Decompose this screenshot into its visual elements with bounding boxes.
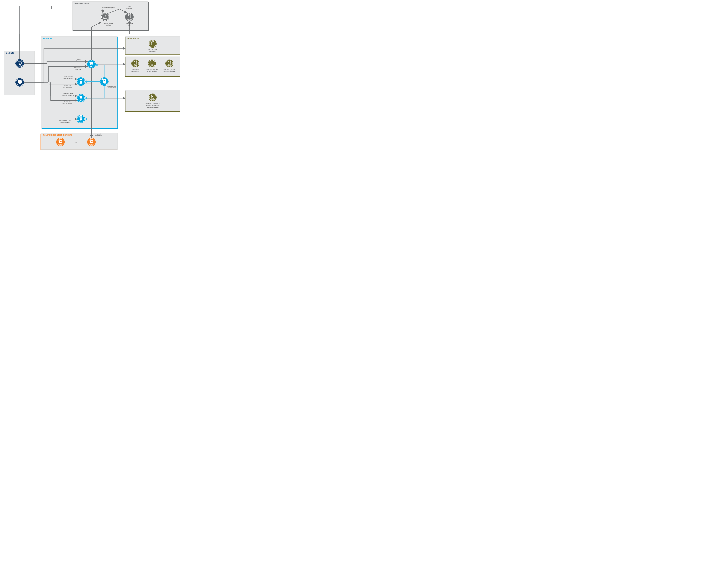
svg-rect-10 — [125, 37, 125, 54]
node-artifact-repo: Artifact Repository — [101, 13, 109, 21]
svg-rect-1 — [73, 30, 149, 31]
svg-text:Access the: Access the — [64, 101, 71, 103]
svg-text:tasks into campaigns: tasks into campaigns — [62, 95, 75, 96]
svg-text:OR: OR — [75, 141, 77, 143]
repositories-title: REPOSITORIES — [75, 3, 89, 5]
svg-rect-79 — [80, 118, 82, 119]
svg-rect-3 — [4, 51, 34, 95]
svg-text:Check: Check — [77, 58, 81, 60]
svg-text:DQ Mart: DQ Mart — [150, 45, 155, 47]
svg-rect-136 — [60, 141, 62, 141]
svg-text:Store: Store — [128, 6, 131, 7]
svg-text:Collect and govern: Collect and govern — [147, 49, 158, 50]
svg-rect-7 — [42, 128, 118, 129]
svg-text:Send Job metadata: Send Job metadata — [146, 68, 158, 70]
svg-text:TDS: TDS — [80, 100, 82, 101]
svg-text:and semantic types: and semantic types — [147, 106, 158, 108]
svg-text:Send & request: Send & request — [104, 23, 113, 24]
svg-point-116 — [165, 59, 173, 67]
svg-rect-61 — [80, 81, 82, 81]
svg-text:Git/SVN: Git/SVN — [127, 19, 132, 20]
svg-text:launch Jobs: launch Jobs — [95, 135, 102, 136]
svg-text:TDP: TDP — [80, 83, 82, 85]
svg-text:authorizations: authorizations — [74, 60, 83, 62]
svg-rect-53 — [91, 64, 93, 64]
svg-text:Monitoring: Monitoring — [166, 65, 172, 66]
svg-rect-16 — [125, 91, 125, 112]
svg-text:Web application: Web application — [63, 87, 72, 88]
group-repositories: REPOSITORIES — [73, 2, 149, 31]
node-dictionary: t Dictionary Service — [77, 115, 85, 123]
svg-rect-70 — [80, 98, 82, 98]
svg-rect-52 — [91, 63, 93, 64]
svg-text:Artifact: Artifact — [103, 18, 107, 19]
svg-text:data quality: data quality — [149, 50, 156, 52]
svg-text:& doc: & doc — [128, 24, 131, 26]
svg-rect-2 — [148, 2, 149, 31]
servers-title: SERVERS — [43, 38, 52, 40]
svg-text:Get software updates: Get software updates — [102, 7, 115, 8]
svg-rect-4 — [4, 51, 4, 95]
svg-text:MongoDB: MongoDB — [150, 99, 155, 100]
svg-rect-89 — [104, 81, 105, 81]
svg-rect-20 — [40, 150, 117, 150]
svg-text:Create datasets,: Create datasets, — [63, 76, 73, 78]
svg-text:Store tasks, campaigns,: Store tasks, campaigns, — [145, 103, 160, 104]
svg-point-100 — [131, 59, 139, 67]
svg-text:JobServer: JobServer — [89, 144, 94, 145]
svg-text:rights, roles...: rights, roles... — [131, 70, 139, 72]
svg-text:Runtime: Runtime — [58, 144, 63, 145]
svg-rect-25 — [19, 64, 20, 65]
svg-rect-90 — [104, 82, 105, 82]
svg-rect-78 — [80, 118, 82, 118]
svg-text:Send data to Activity: Send data to Activity — [163, 68, 176, 70]
svg-text:Administrate: Administrate — [74, 67, 82, 68]
svg-text:Share Jobs: Share Jobs — [126, 23, 133, 24]
svg-text:artifacts: artifacts — [106, 24, 111, 26]
svg-text:TAC: TAC — [90, 66, 93, 67]
node-admin: t Admin — [131, 59, 139, 67]
svg-text:www.: www. — [18, 81, 21, 83]
node-browser: www. Browser — [15, 78, 24, 87]
svg-text:Load, read or edit: Load, read or edit — [63, 93, 74, 95]
svg-rect-14 — [125, 76, 180, 77]
svg-rect-13 — [125, 57, 125, 77]
svg-text:Studio: Studio — [17, 65, 22, 67]
node-mongodb: MongoDB — [149, 94, 156, 101]
node-tac: t TAC — [87, 60, 96, 68]
svg-rect-146 — [91, 141, 93, 142]
svg-rect-145 — [91, 141, 93, 141]
svg-point-108 — [148, 59, 156, 67]
svg-rect-17 — [125, 111, 180, 112]
svg-rect-19 — [40, 134, 41, 150]
svg-text:Add, remove or edit: Add, remove or edit — [59, 120, 71, 121]
node-jobserver: t JobServer — [87, 138, 96, 146]
svg-rect-80 — [80, 119, 82, 119]
clients-title: CLIENTS — [6, 52, 14, 54]
node-dqmart: t DQ Mart — [149, 40, 156, 48]
svg-text:& monitor: & monitor — [75, 69, 81, 70]
node-monitoring: t Monitoring — [165, 59, 173, 67]
svg-rect-8 — [117, 37, 118, 129]
node-tdp: t TDP — [77, 78, 85, 86]
svg-text:Dictionary: Dictionary — [78, 120, 84, 122]
svg-rect-11 — [125, 54, 180, 54]
node-studio: Studio — [15, 59, 24, 68]
svg-text:Audit: Audit — [150, 65, 153, 66]
svg-rect-137 — [60, 141, 62, 142]
node-runtime: t Runtime — [56, 138, 65, 146]
svg-text:datasets, preparations: datasets, preparations — [146, 105, 159, 106]
svg-text:Manages SSO: Manages SSO — [108, 85, 116, 87]
svg-text:Monitoring database: Monitoring database — [163, 70, 176, 72]
databases-title: DATABASES — [127, 38, 139, 40]
svg-text:run preparations: run preparations — [63, 78, 73, 79]
svg-rect-69 — [80, 97, 82, 97]
execution-title: TALEND EXECUTION SERVERS — [43, 134, 73, 136]
node-audit: t Audit — [148, 59, 156, 67]
node-iam: t IAM — [100, 78, 109, 86]
svg-text:Store users,: Store users, — [132, 68, 139, 70]
svg-text:semantic types: semantic types — [61, 121, 70, 123]
svg-text:Repository: Repository — [102, 19, 108, 21]
svg-rect-0 — [73, 2, 148, 31]
svg-rect-138 — [60, 142, 62, 142]
